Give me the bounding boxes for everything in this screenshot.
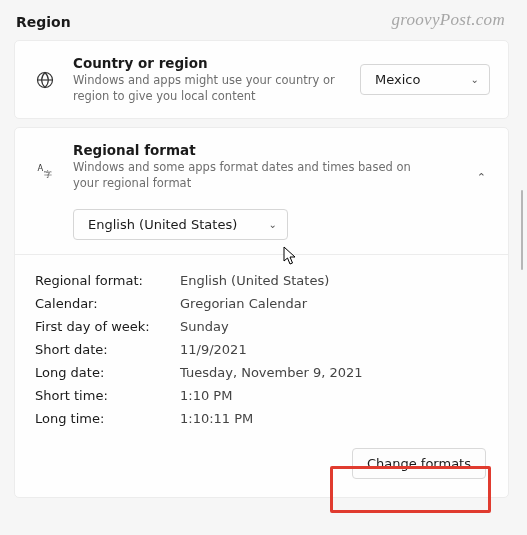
language-selected: English (United States): [88, 217, 237, 232]
country-dropdown[interactable]: Mexico ⌄: [360, 64, 490, 95]
language-dropdown[interactable]: English (United States) ⌄: [73, 209, 288, 240]
svg-text:字: 字: [44, 169, 52, 179]
change-formats-button[interactable]: Change formats: [352, 448, 486, 479]
country-region-card: Country or region Windows and apps might…: [14, 40, 509, 119]
detail-row: Short time: 1:10 PM: [33, 384, 490, 407]
chevron-down-icon: ⌄: [471, 74, 479, 85]
collapse-toggle[interactable]: ⌃: [473, 167, 490, 188]
detail-row: Long time: 1:10:11 PM: [33, 407, 490, 430]
regional-format-card: A 字 Regional format Windows and some app…: [14, 127, 509, 498]
detail-row: Long date: Tuesday, November 9, 2021: [33, 361, 490, 384]
scrollbar[interactable]: [521, 190, 523, 270]
detail-row: Calendar: Gregorian Calendar: [33, 292, 490, 315]
globe-icon: [33, 70, 57, 90]
regional-desc: Windows and some apps format dates and t…: [73, 160, 413, 191]
svg-text:A: A: [38, 163, 44, 173]
country-desc: Windows and apps might use your country …: [73, 73, 344, 104]
country-selected: Mexico: [375, 72, 420, 87]
regional-title: Regional format: [73, 142, 457, 158]
country-title: Country or region: [73, 55, 344, 71]
chevron-down-icon: ⌄: [269, 219, 277, 230]
language-icon: A 字: [33, 162, 57, 182]
chevron-up-icon: ⌃: [473, 167, 490, 188]
detail-row: Short date: 11/9/2021: [33, 338, 490, 361]
format-details: Regional format: English (United States)…: [33, 269, 490, 430]
detail-row: First day of week: Sunday: [33, 315, 490, 338]
detail-row: Regional format: English (United States): [33, 269, 490, 292]
divider: [15, 254, 508, 255]
page-title: Region: [16, 14, 509, 30]
